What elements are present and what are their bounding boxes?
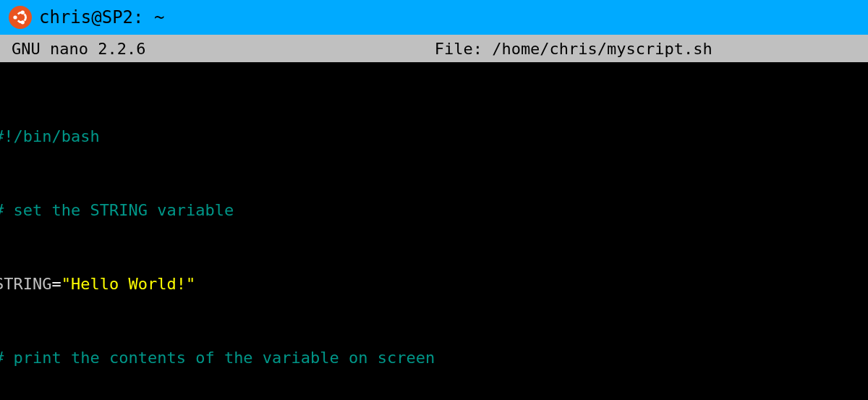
comment: # set the STRING variable — [0, 201, 234, 219]
svg-point-0 — [13, 15, 17, 19]
shebang: #!/bin/bash — [0, 127, 100, 145]
window-titlebar[interactable]: chris@SP2: ~ — [0, 0, 868, 35]
editor-content[interactable]: #!/bin/bash # set the STRING variable ST… — [0, 62, 868, 400]
nano-header-bar: GNU nano 2.2.6 File: /home/chris/myscrip… — [0, 35, 868, 62]
comment: # print the contents of the variable on … — [0, 349, 435, 367]
code-line: # print the contents of the variable on … — [0, 346, 868, 370]
code-line: STRING="Hello World!" — [0, 272, 868, 297]
window-title: chris@SP2: ~ — [39, 7, 164, 27]
string-literal: "Hello World!" — [61, 275, 195, 293]
nano-file-label: File: /home/chris/myscript.sh — [145, 40, 856, 58]
assign-op: = — [51, 275, 61, 293]
code-line: #!/bin/bash — [0, 124, 868, 149]
nano-version-label: GNU nano 2.2.6 — [12, 40, 145, 58]
ubuntu-icon — [9, 6, 32, 29]
variable-name: STRING — [0, 275, 51, 293]
code-line: # set the STRING variable — [0, 198, 868, 223]
